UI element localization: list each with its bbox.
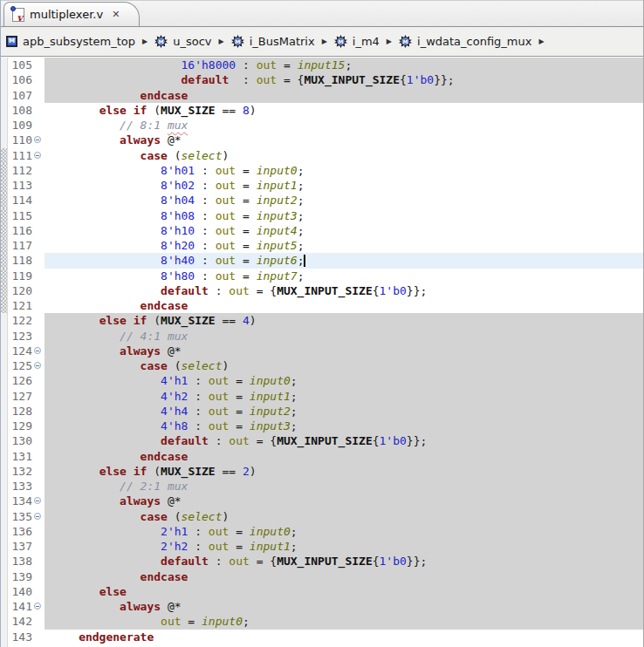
fold-collapse-icon[interactable]: [34, 362, 41, 369]
code-text[interactable]: endcase: [45, 88, 643, 103]
code-text[interactable]: 4'h1 : out = input0;: [45, 373, 643, 388]
line-number: 140: [8, 584, 33, 599]
fold-column: [33, 103, 45, 118]
breadcrumb-arrow-icon[interactable]: ▶: [538, 37, 544, 45]
fold-collapse-icon[interactable]: [34, 497, 41, 504]
code-text[interactable]: 8'h02 : out = input1;: [45, 178, 643, 193]
fold-column: [33, 118, 45, 133]
breadcrumb: apb_subsystem_top▶Mu_socv▶Mi_BusMatrix▶M…: [1, 27, 643, 57]
code-line-118: 118 8'h40 : out = input6;: [1, 253, 643, 268]
line-number: 110: [8, 133, 33, 147]
breadcrumb-arrow-icon[interactable]: ▶: [387, 37, 392, 45]
annotation-ruler: [1, 614, 8, 629]
code-line-116: 116 8'h10 : out = input4;: [1, 223, 643, 238]
fold-collapse-icon[interactable]: [34, 603, 41, 610]
code-text[interactable]: 8'h01 : out = input0;: [45, 163, 643, 178]
code-line-133: 133 // 2:1 mux: [1, 479, 643, 494]
annotation-ruler: [1, 554, 8, 569]
code-text[interactable]: case (select): [45, 509, 643, 524]
fold-column: [33, 599, 45, 614]
code-text[interactable]: out = input0;: [45, 614, 643, 629]
modified-dot-icon: [10, 6, 16, 11]
code-line-111: 111 case (select): [1, 148, 643, 163]
fold-column: [33, 614, 45, 629]
breadcrumb-item-apb_subsystem_top[interactable]: apb_subsystem_top: [6, 35, 135, 48]
code-text[interactable]: 8'h40 : out = input6;: [45, 253, 643, 268]
fold-column: [33, 464, 45, 479]
fold-column: [33, 569, 45, 584]
code-text[interactable]: default : out = {MUX_INPUT_SIZE{1'b0}};: [45, 554, 643, 569]
code-text[interactable]: 4'h8 : out = input3;: [45, 419, 643, 433]
tab-multiplexer-v[interactable]: v multiplexer.v ✕: [3, 2, 140, 26]
line-number: 120: [8, 283, 33, 298]
code-text[interactable]: else if (MUX_SIZE == 2): [45, 464, 643, 479]
code-text[interactable]: 4'h4 : out = input2;: [45, 404, 643, 419]
line-number: 123: [8, 329, 33, 344]
line-number: 139: [8, 569, 33, 584]
code-text[interactable]: 8'h80 : out = input7;: [45, 269, 643, 283]
code-line-135: 135 case (select): [1, 509, 643, 524]
code-text[interactable]: // 8:1 mux: [45, 118, 643, 133]
code-text[interactable]: endgenerate: [45, 630, 643, 644]
range-indicator: [1, 298, 8, 313]
breadcrumb-label: apb_subsystem_top: [23, 35, 135, 48]
line-number: 136: [8, 524, 33, 539]
breadcrumb-item-i_wdata_config_mux[interactable]: Mi_wdata_config_mux: [399, 35, 531, 48]
close-icon[interactable]: ✕: [112, 10, 120, 19]
code-line-107: 107 endcase: [1, 88, 643, 103]
fold-column: [33, 404, 45, 419]
code-text[interactable]: 2'h1 : out = input0;: [45, 524, 643, 539]
code-text[interactable]: endcase: [45, 449, 643, 464]
code-text[interactable]: 8'h20 : out = input5;: [45, 238, 643, 253]
breadcrumb-arrow-icon[interactable]: ▶: [219, 37, 224, 45]
code-text[interactable]: always @*: [45, 133, 643, 147]
line-number: 133: [8, 479, 33, 494]
code-text[interactable]: default : out = {MUX_INPUT_SIZE{1'b0}};: [45, 283, 643, 298]
code-text[interactable]: always @*: [45, 599, 643, 614]
code-text[interactable]: default : out = {MUX_INPUT_SIZE{1'b0}};: [45, 72, 643, 87]
fold-collapse-icon[interactable]: [34, 347, 41, 354]
code-text[interactable]: endcase: [45, 298, 643, 313]
code-text[interactable]: // 4:1 mux: [45, 329, 643, 344]
breadcrumb-arrow-icon[interactable]: ▶: [142, 37, 147, 45]
line-number: 135: [8, 509, 33, 524]
code-text[interactable]: // 2:1 mux: [45, 479, 643, 494]
line-number: 106: [8, 72, 33, 87]
code-text[interactable]: else if (MUX_SIZE == 4): [45, 313, 643, 328]
annotation-ruler: [1, 464, 8, 479]
code-text[interactable]: 8'h10 : out = input4;: [45, 223, 643, 238]
code-text[interactable]: case (select): [45, 148, 643, 163]
line-number: 131: [8, 449, 33, 464]
code-text[interactable]: else if (MUX_SIZE == 8): [45, 103, 643, 118]
code-text[interactable]: endcase: [45, 569, 643, 584]
editor-tab-bar: v multiplexer.v ✕: [1, 0, 643, 27]
fold-collapse-icon[interactable]: [34, 152, 41, 159]
code-text[interactable]: 4'h2 : out = input1;: [45, 389, 643, 404]
fold-collapse-icon[interactable]: [34, 513, 41, 520]
annotation-ruler: [1, 118, 8, 133]
breadcrumb-item-u_socv[interactable]: Mu_socv: [154, 35, 211, 48]
code-text[interactable]: else: [45, 584, 643, 599]
code-text[interactable]: 2'h2 : out = input1;: [45, 539, 643, 554]
code-line-122: 122 else if (MUX_SIZE == 4): [1, 313, 643, 328]
code-text[interactable]: always @*: [45, 494, 643, 508]
code-text[interactable]: default : out = {MUX_INPUT_SIZE{1'b0}};: [45, 433, 643, 448]
code-line-127: 127 4'h2 : out = input1;: [1, 389, 643, 404]
code-text[interactable]: 16'h8000 : out = input15;: [45, 58, 643, 72]
fold-collapse-icon[interactable]: [34, 136, 41, 143]
annotation-ruler: [1, 433, 8, 448]
code-text[interactable]: 8'h04 : out = input2;: [45, 193, 643, 208]
code-text[interactable]: 8'h08 : out = input3;: [45, 208, 643, 223]
annotation-ruler: [1, 419, 8, 433]
breadcrumb-item-i_BusMatrix[interactable]: Mi_BusMatrix: [231, 35, 315, 48]
line-number: 124: [8, 344, 33, 358]
svg-text:M: M: [159, 39, 164, 44]
annotation-ruler: [1, 569, 8, 584]
range-indicator: [1, 283, 8, 298]
code-text[interactable]: case (select): [45, 358, 643, 373]
annotation-ruler: [1, 509, 8, 524]
line-number: 108: [8, 103, 33, 118]
breadcrumb-arrow-icon[interactable]: ▶: [322, 37, 327, 45]
breadcrumb-item-i_m4[interactable]: Mi_m4: [334, 35, 380, 48]
code-text[interactable]: always @*: [45, 344, 643, 358]
